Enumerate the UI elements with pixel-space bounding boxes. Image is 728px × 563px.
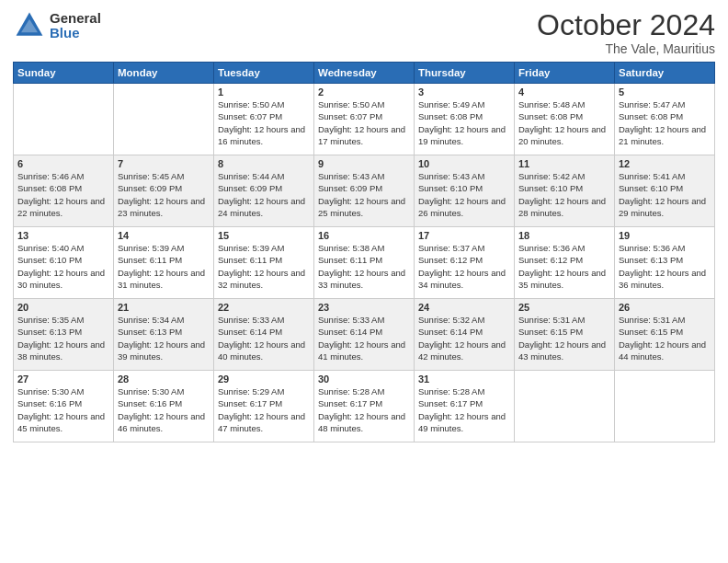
day-number: 24 <box>418 302 510 313</box>
day-info: Sunrise: 5:38 AM Sunset: 6:11 PM Dayligh… <box>318 242 410 291</box>
day-info: Sunrise: 5:50 AM Sunset: 6:07 PM Dayligh… <box>218 98 310 147</box>
day-info: Sunrise: 5:41 AM Sunset: 6:10 PM Dayligh… <box>619 170 711 219</box>
day-number: 17 <box>418 230 510 241</box>
day-number: 7 <box>118 158 210 169</box>
day-info: Sunrise: 5:28 AM Sunset: 6:17 PM Dayligh… <box>318 385 410 434</box>
day-info: Sunrise: 5:33 AM Sunset: 6:14 PM Dayligh… <box>318 314 410 362</box>
day-info: Sunrise: 5:36 AM Sunset: 6:12 PM Dayligh… <box>518 242 610 291</box>
table-cell: 5Sunrise: 5:47 AM Sunset: 6:08 PM Daylig… <box>615 84 715 155</box>
table-cell: 15Sunrise: 5:39 AM Sunset: 6:11 PM Dayli… <box>214 227 314 299</box>
day-number: 28 <box>118 373 210 385</box>
day-info: Sunrise: 5:40 AM Sunset: 6:10 PM Dayligh… <box>17 242 109 291</box>
day-info: Sunrise: 5:47 AM Sunset: 6:08 PM Dayligh… <box>619 98 711 147</box>
day-number: 27 <box>17 373 109 385</box>
day-info: Sunrise: 5:28 AM Sunset: 6:17 PM Dayligh… <box>418 385 510 434</box>
day-number: 26 <box>619 302 711 313</box>
day-info: Sunrise: 5:32 AM Sunset: 6:14 PM Dayligh… <box>418 314 510 362</box>
table-cell: 23Sunrise: 5:33 AM Sunset: 6:14 PM Dayli… <box>314 299 415 371</box>
day-info: Sunrise: 5:31 AM Sunset: 6:15 PM Dayligh… <box>518 314 610 362</box>
table-cell: 8Sunrise: 5:44 AM Sunset: 6:09 PM Daylig… <box>214 155 314 227</box>
table-cell: 17Sunrise: 5:37 AM Sunset: 6:12 PM Dayli… <box>415 227 515 299</box>
table-cell: 29Sunrise: 5:29 AM Sunset: 6:17 PM Dayli… <box>214 371 314 442</box>
day-info: Sunrise: 5:43 AM Sunset: 6:10 PM Dayligh… <box>418 170 510 219</box>
week-row-2: 6Sunrise: 5:46 AM Sunset: 6:08 PM Daylig… <box>14 155 715 227</box>
col-thursday: Thursday <box>415 63 515 84</box>
day-number: 1 <box>218 86 310 98</box>
table-cell: 9Sunrise: 5:43 AM Sunset: 6:09 PM Daylig… <box>314 155 415 227</box>
day-number: 16 <box>318 230 410 241</box>
table-cell: 24Sunrise: 5:32 AM Sunset: 6:14 PM Dayli… <box>415 299 515 371</box>
table-cell: 30Sunrise: 5:28 AM Sunset: 6:17 PM Dayli… <box>314 371 415 442</box>
col-saturday: Saturday <box>615 63 715 84</box>
table-cell: 12Sunrise: 5:41 AM Sunset: 6:10 PM Dayli… <box>615 155 715 227</box>
table-cell: 11Sunrise: 5:42 AM Sunset: 6:10 PM Dayli… <box>515 155 615 227</box>
day-info: Sunrise: 5:49 AM Sunset: 6:08 PM Dayligh… <box>418 98 510 147</box>
table-cell: 28Sunrise: 5:30 AM Sunset: 6:16 PM Dayli… <box>114 371 214 442</box>
day-number: 30 <box>318 373 410 385</box>
table-cell: 4Sunrise: 5:48 AM Sunset: 6:08 PM Daylig… <box>515 84 615 155</box>
table-cell: 6Sunrise: 5:46 AM Sunset: 6:08 PM Daylig… <box>14 155 114 227</box>
table-cell: 16Sunrise: 5:38 AM Sunset: 6:11 PM Dayli… <box>314 227 415 299</box>
table-cell: 26Sunrise: 5:31 AM Sunset: 6:15 PM Dayli… <box>615 299 715 371</box>
table-cell <box>114 84 214 155</box>
day-number: 18 <box>518 230 610 241</box>
day-info: Sunrise: 5:39 AM Sunset: 6:11 PM Dayligh… <box>118 242 210 291</box>
header-row: Sunday Monday Tuesday Wednesday Thursday… <box>14 63 715 84</box>
col-friday: Friday <box>515 63 615 84</box>
day-info: Sunrise: 5:34 AM Sunset: 6:13 PM Dayligh… <box>118 314 210 362</box>
page: General Blue October 2024 The Vale, Maur… <box>0 0 728 563</box>
day-info: Sunrise: 5:50 AM Sunset: 6:07 PM Dayligh… <box>318 98 410 147</box>
day-info: Sunrise: 5:29 AM Sunset: 6:17 PM Dayligh… <box>218 385 310 434</box>
day-number: 22 <box>218 302 310 313</box>
logo: General Blue <box>13 9 101 42</box>
day-number: 31 <box>418 373 510 385</box>
table-cell: 2Sunrise: 5:50 AM Sunset: 6:07 PM Daylig… <box>314 84 415 155</box>
table-cell: 1Sunrise: 5:50 AM Sunset: 6:07 PM Daylig… <box>214 84 314 155</box>
logo-blue: Blue <box>50 26 101 41</box>
table-cell <box>615 371 715 442</box>
calendar-table: Sunday Monday Tuesday Wednesday Thursday… <box>13 62 715 442</box>
table-cell: 18Sunrise: 5:36 AM Sunset: 6:12 PM Dayli… <box>515 227 615 299</box>
day-info: Sunrise: 5:44 AM Sunset: 6:09 PM Dayligh… <box>218 170 310 219</box>
day-number: 5 <box>619 86 711 98</box>
week-row-4: 20Sunrise: 5:35 AM Sunset: 6:13 PM Dayli… <box>14 299 715 371</box>
day-number: 4 <box>518 86 610 98</box>
day-info: Sunrise: 5:36 AM Sunset: 6:13 PM Dayligh… <box>619 242 711 291</box>
logo-general: General <box>50 11 101 27</box>
location-subtitle: The Vale, Mauritius <box>537 41 715 56</box>
day-number: 21 <box>118 302 210 313</box>
col-monday: Monday <box>114 63 214 84</box>
table-cell: 21Sunrise: 5:34 AM Sunset: 6:13 PM Dayli… <box>114 299 214 371</box>
header: General Blue October 2024 The Vale, Maur… <box>13 9 715 56</box>
day-info: Sunrise: 5:42 AM Sunset: 6:10 PM Dayligh… <box>518 170 610 219</box>
day-info: Sunrise: 5:48 AM Sunset: 6:08 PM Dayligh… <box>518 98 610 147</box>
logo-icon <box>13 9 46 42</box>
table-cell: 14Sunrise: 5:39 AM Sunset: 6:11 PM Dayli… <box>114 227 214 299</box>
day-info: Sunrise: 5:30 AM Sunset: 6:16 PM Dayligh… <box>118 385 210 434</box>
col-wednesday: Wednesday <box>314 63 415 84</box>
day-number: 13 <box>17 230 109 241</box>
table-cell: 22Sunrise: 5:33 AM Sunset: 6:14 PM Dayli… <box>214 299 314 371</box>
day-number: 29 <box>218 373 310 385</box>
week-row-3: 13Sunrise: 5:40 AM Sunset: 6:10 PM Dayli… <box>14 227 715 299</box>
day-info: Sunrise: 5:39 AM Sunset: 6:11 PM Dayligh… <box>218 242 310 291</box>
table-cell: 31Sunrise: 5:28 AM Sunset: 6:17 PM Dayli… <box>415 371 515 442</box>
month-title: October 2024 <box>537 9 715 41</box>
table-cell: 20Sunrise: 5:35 AM Sunset: 6:13 PM Dayli… <box>14 299 114 371</box>
day-number: 19 <box>619 230 711 241</box>
day-info: Sunrise: 5:31 AM Sunset: 6:15 PM Dayligh… <box>619 314 711 362</box>
table-cell <box>14 84 114 155</box>
day-info: Sunrise: 5:46 AM Sunset: 6:08 PM Dayligh… <box>17 170 109 219</box>
table-cell: 10Sunrise: 5:43 AM Sunset: 6:10 PM Dayli… <box>415 155 515 227</box>
col-sunday: Sunday <box>14 63 114 84</box>
day-info: Sunrise: 5:37 AM Sunset: 6:12 PM Dayligh… <box>418 242 510 291</box>
day-info: Sunrise: 5:43 AM Sunset: 6:09 PM Dayligh… <box>318 170 410 219</box>
table-cell: 25Sunrise: 5:31 AM Sunset: 6:15 PM Dayli… <box>515 299 615 371</box>
day-info: Sunrise: 5:45 AM Sunset: 6:09 PM Dayligh… <box>118 170 210 219</box>
day-number: 2 <box>318 86 410 98</box>
logo-text: General Blue <box>50 11 101 41</box>
day-number: 15 <box>218 230 310 241</box>
title-block: October 2024 The Vale, Mauritius <box>537 9 715 56</box>
week-row-1: 1Sunrise: 5:50 AM Sunset: 6:07 PM Daylig… <box>14 84 715 155</box>
day-info: Sunrise: 5:30 AM Sunset: 6:16 PM Dayligh… <box>17 385 109 434</box>
